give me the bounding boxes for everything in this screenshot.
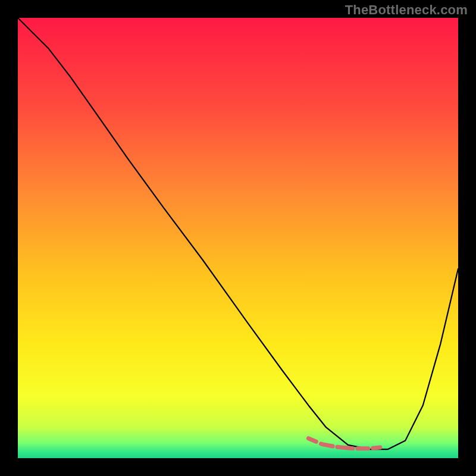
chart-svg <box>18 18 458 458</box>
chart-stage: TheBottleneck.com <box>0 0 476 476</box>
plot-area <box>18 18 458 458</box>
watermark-text: TheBottleneck.com <box>345 2 468 18</box>
gradient-rect <box>18 18 458 458</box>
